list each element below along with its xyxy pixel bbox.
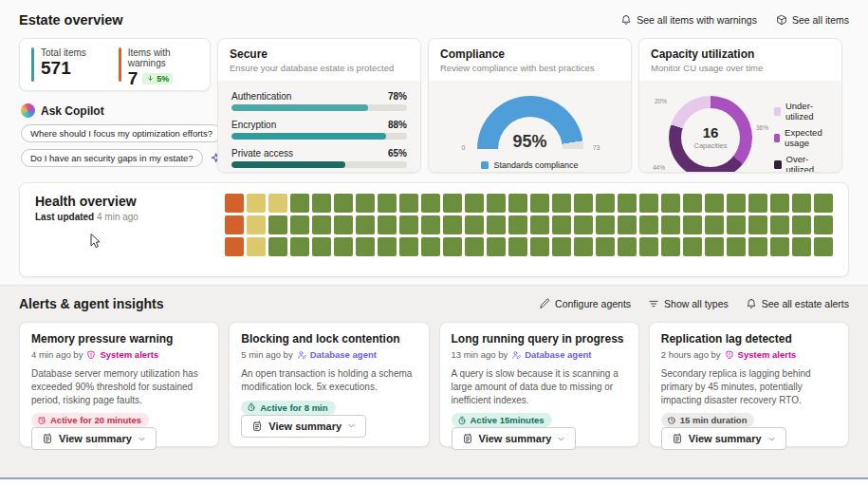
health-status-cell[interactable] <box>356 237 375 256</box>
health-status-cell[interactable] <box>596 194 615 213</box>
health-status-cell[interactable] <box>247 215 266 234</box>
health-status-cell[interactable] <box>748 215 767 234</box>
health-status-cell[interactable] <box>421 237 440 256</box>
health-status-cell[interactable] <box>268 215 287 234</box>
open-in-new-icon[interactable] <box>820 47 832 60</box>
health-status-cell[interactable] <box>356 215 375 234</box>
health-status-cell[interactable] <box>661 237 680 256</box>
health-status-cell[interactable] <box>792 237 811 256</box>
health-status-cell[interactable] <box>443 194 462 213</box>
health-status-cell[interactable] <box>683 237 702 256</box>
health-status-cell[interactable] <box>356 194 375 213</box>
alert-agent-name[interactable]: System alerts <box>738 349 797 360</box>
health-status-cell[interactable] <box>225 194 244 213</box>
health-status-cell[interactable] <box>748 237 767 256</box>
alert-agent-name[interactable]: Database agent <box>310 349 377 360</box>
health-status-cell[interactable] <box>290 194 309 213</box>
health-status-cell[interactable] <box>225 215 244 234</box>
health-status-cell[interactable] <box>268 237 287 256</box>
health-status-cell[interactable] <box>618 237 637 256</box>
health-status-cell[interactable] <box>312 237 331 256</box>
alerts-toolbar-action[interactable]: See all estate alerts <box>746 298 849 309</box>
health-status-cell[interactable] <box>465 237 484 256</box>
health-status-cell[interactable] <box>421 194 440 213</box>
health-status-cell[interactable] <box>792 194 811 213</box>
alert-agent-name[interactable]: Database agent <box>525 349 591 360</box>
header-link[interactable]: See all items with warnings <box>620 14 757 26</box>
health-status-cell[interactable] <box>508 215 527 234</box>
health-status-cell[interactable] <box>268 194 287 213</box>
view-summary-button[interactable]: View summary <box>31 427 157 450</box>
health-status-cell[interactable] <box>378 194 397 213</box>
health-status-cell[interactable] <box>312 194 331 213</box>
health-status-cell[interactable] <box>290 237 309 256</box>
health-status-cell[interactable] <box>552 215 571 234</box>
health-status-cell[interactable] <box>334 194 353 213</box>
health-status-cell[interactable] <box>639 215 658 234</box>
health-status-cell[interactable] <box>247 194 266 213</box>
health-status-cell[interactable] <box>334 215 353 234</box>
health-status-cell[interactable] <box>443 237 462 256</box>
health-status-cell[interactable] <box>574 194 593 213</box>
health-status-cell[interactable] <box>378 237 397 256</box>
health-status-cell[interactable] <box>596 237 615 256</box>
health-status-cell[interactable] <box>421 215 440 234</box>
health-status-cell[interactable] <box>770 237 789 256</box>
health-status-cell[interactable] <box>530 194 549 213</box>
health-status-cell[interactable] <box>334 237 353 256</box>
copilot-suggestion-chip[interactable]: Where should I focus my optimization eff… <box>21 124 222 142</box>
health-status-cell[interactable] <box>661 215 680 234</box>
open-in-new-icon[interactable] <box>609 47 621 60</box>
health-status-cell[interactable] <box>508 194 527 213</box>
copilot-suggestion-chip[interactable]: Do I have an security gaps in my estate? <box>21 149 203 167</box>
health-status-cell[interactable] <box>552 237 571 256</box>
health-status-cell[interactable] <box>683 194 702 213</box>
health-status-cell[interactable] <box>530 215 549 234</box>
alert-agent-name[interactable]: System alerts <box>100 349 158 360</box>
health-status-cell[interactable] <box>639 194 658 213</box>
health-status-cell[interactable] <box>727 237 746 256</box>
health-status-cell[interactable] <box>574 215 593 234</box>
health-status-cell[interactable] <box>487 237 506 256</box>
health-status-cell[interactable] <box>814 215 833 234</box>
health-status-cell[interactable] <box>618 215 637 234</box>
health-status-cell[interactable] <box>399 215 418 234</box>
health-status-cell[interactable] <box>661 194 680 213</box>
health-status-cell[interactable] <box>727 194 746 213</box>
health-status-cell[interactable] <box>748 194 767 213</box>
health-status-cell[interactable] <box>487 215 506 234</box>
health-status-cell[interactable] <box>378 215 397 234</box>
health-status-cell[interactable] <box>465 215 484 234</box>
view-summary-button[interactable]: View summary <box>241 415 366 438</box>
header-link[interactable]: See all items <box>776 14 849 26</box>
health-status-cell[interactable] <box>247 237 266 256</box>
health-status-cell[interactable] <box>225 237 244 256</box>
health-status-cell[interactable] <box>487 194 506 213</box>
health-status-cell[interactable] <box>705 237 724 256</box>
health-status-cell[interactable] <box>290 215 309 234</box>
health-status-cell[interactable] <box>530 237 549 256</box>
health-status-cell[interactable] <box>508 237 527 256</box>
health-status-cell[interactable] <box>770 215 789 234</box>
health-status-cell[interactable] <box>552 194 571 213</box>
health-status-cell[interactable] <box>705 215 724 234</box>
health-status-cell[interactable] <box>770 194 789 213</box>
health-status-cell[interactable] <box>639 237 658 256</box>
health-status-cell[interactable] <box>814 237 833 256</box>
health-status-cell[interactable] <box>399 237 418 256</box>
open-in-new-icon[interactable] <box>398 47 411 60</box>
view-summary-button[interactable]: View summary <box>661 427 786 450</box>
alerts-toolbar-action[interactable]: Configure agents <box>539 298 631 309</box>
health-status-cell[interactable] <box>618 194 637 213</box>
health-status-cell[interactable] <box>312 215 331 234</box>
health-status-cell[interactable] <box>705 194 724 213</box>
health-status-cell[interactable] <box>727 215 746 234</box>
view-summary-button[interactable]: View summary <box>452 427 577 450</box>
health-status-cell[interactable] <box>814 194 833 213</box>
health-status-cell[interactable] <box>792 215 811 234</box>
health-status-cell[interactable] <box>596 215 615 234</box>
health-status-cell[interactable] <box>465 194 484 213</box>
health-status-cell[interactable] <box>574 237 593 256</box>
health-status-cell[interactable] <box>683 215 702 234</box>
alerts-toolbar-action[interactable]: Show all types <box>648 298 729 309</box>
